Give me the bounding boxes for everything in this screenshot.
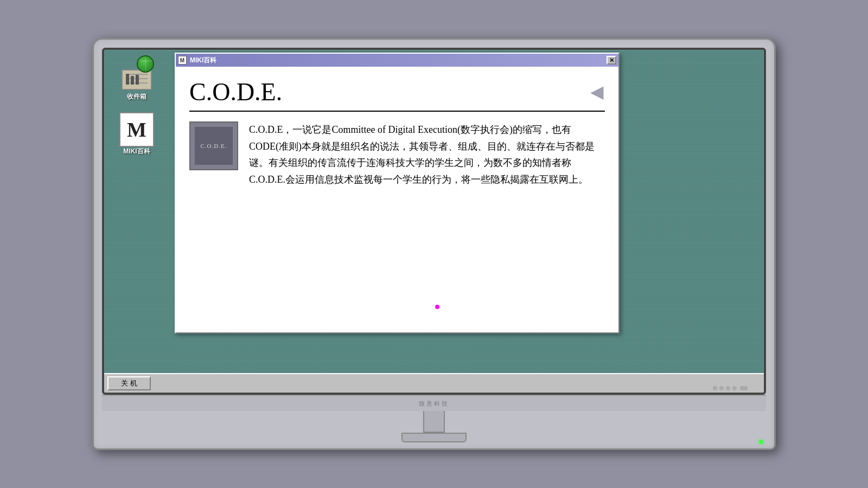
status-bar xyxy=(740,386,748,390)
article-content: C.O.D.E，一说它是Committee of Digital Executi… xyxy=(249,121,605,188)
shutdown-label: 关 机 xyxy=(121,378,137,388)
taskbar: 关 机 xyxy=(104,373,764,393)
window-content: ◀ C.O.D.E. C.O.D.E. C.O.D.E，一说它是Committe… xyxy=(176,67,618,332)
status-dot-4 xyxy=(732,386,737,390)
window-icon: M xyxy=(178,56,187,65)
thumbnail-inner: C.O.D.E. xyxy=(195,127,233,165)
inbox-label: 收件箱 xyxy=(127,92,146,101)
close-button[interactable]: ✕ xyxy=(607,56,616,65)
monitor-stand xyxy=(401,411,467,442)
status-dots xyxy=(713,386,748,390)
stand-neck xyxy=(423,411,445,433)
monitor: 收件箱 M MIKI百科 M MIKI百科 ✕ xyxy=(92,38,776,450)
monitor-bottom-bar: 致意科技 xyxy=(102,395,766,411)
screen: 收件箱 M MIKI百科 M MIKI百科 ✕ xyxy=(102,48,766,395)
miki-desktop-icon[interactable]: M MIKI百科 xyxy=(115,112,158,156)
stand-base xyxy=(401,433,467,442)
power-indicator xyxy=(759,440,763,444)
article-title: C.O.D.E. xyxy=(189,78,605,106)
miki-window: M MIKI百科 ✕ ◀ C.O.D.E. xyxy=(175,53,620,333)
article-divider xyxy=(189,111,605,112)
status-dot-1 xyxy=(713,386,717,390)
miki-desktop-label: MIKI百科 xyxy=(123,147,150,156)
status-dot-3 xyxy=(726,386,730,390)
inbox-icon-image xyxy=(119,55,154,90)
miki-icon-image: M xyxy=(119,112,154,147)
status-dot-2 xyxy=(719,386,724,390)
shutdown-button[interactable]: 关 机 xyxy=(107,376,151,390)
thumbnail-label: C.O.D.E. xyxy=(201,143,227,149)
article-thumbnail: C.O.D.E. xyxy=(189,121,238,170)
desktop-icons: 收件箱 M MIKI百科 xyxy=(115,55,158,156)
back-arrow-icon: ◀ xyxy=(590,83,604,100)
article-body: C.O.D.E. C.O.D.E，一说它是Committee of Digita… xyxy=(189,121,605,188)
inbox-icon[interactable]: 收件箱 xyxy=(115,55,158,101)
window-title: MIKI百科 xyxy=(190,56,603,65)
window-titlebar[interactable]: M MIKI百科 ✕ xyxy=(176,54,618,67)
monitor-brand: 致意科技 xyxy=(419,400,449,408)
back-button[interactable]: ◀ xyxy=(586,84,608,100)
